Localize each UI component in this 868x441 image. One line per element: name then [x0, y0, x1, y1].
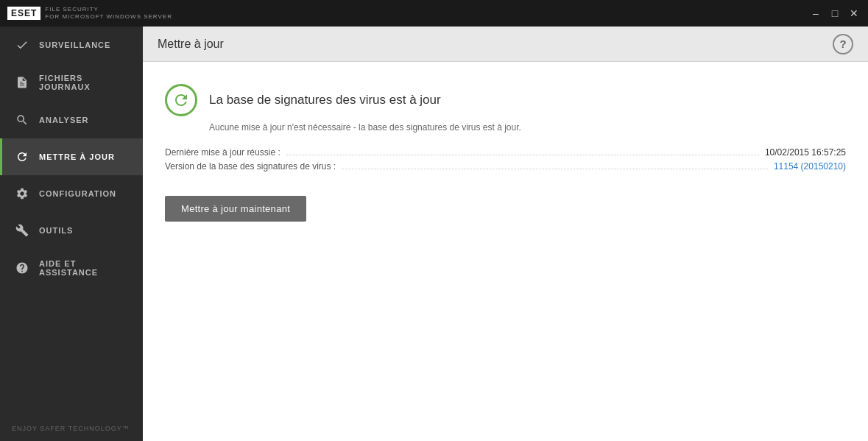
sidebar-item-outils[interactable]: OUTILS — [0, 212, 143, 249]
update-status-icon — [165, 84, 197, 116]
titlebar-left: ESET FILE SECURITY FOR MICROSOFT WINDOWS… — [7, 6, 172, 20]
product-name: FILE SECURITY FOR MICROSOFT WINDOWS SERV… — [45, 6, 172, 20]
sidebar-item-label: SURVEILLANCE — [39, 40, 110, 49]
titlebar: ESET FILE SECURITY FOR MICROSOFT WINDOWS… — [0, 0, 868, 27]
separator — [342, 169, 768, 169]
content-header: Mettre à jour ? — [143, 27, 868, 62]
sidebar-item-analyser[interactable]: ANALYSER — [0, 102, 143, 138]
last-update-row: Dernière mise à jour réussie : 10/02/201… — [165, 147, 846, 158]
separator — [286, 155, 759, 155]
version-row: Version de la base des signatures de vir… — [165, 161, 846, 172]
sidebar-item-label: ANALYSER — [39, 116, 89, 124]
content-area: Mettre à jour ? La base de signatures de… — [143, 27, 868, 441]
sidebar-item-aide[interactable]: AIDE ET ASSISTANCE — [0, 249, 143, 287]
update-now-button[interactable]: Mettre à jour maintenant — [165, 196, 306, 222]
version-label: Version de la base des signatures de vir… — [165, 161, 336, 172]
window-controls: – □ ✕ — [808, 5, 862, 21]
last-update-value: 10/02/2015 16:57:25 — [765, 147, 846, 158]
close-button[interactable]: ✕ — [846, 5, 862, 21]
refresh-arrow-icon — [172, 91, 190, 109]
sidebar: SURVEILLANCE FICHIERS JOURNAUX ANALYSER — [0, 27, 143, 441]
sidebar-item-label: METTRE À JOUR — [39, 152, 115, 161]
page-title: Mettre à jour — [158, 38, 224, 51]
update-info-table: Dernière mise à jour réussie : 10/02/201… — [165, 147, 846, 172]
sidebar-item-fichiers-journaux[interactable]: FICHIERS JOURNAUX — [0, 63, 143, 102]
question-icon — [14, 260, 30, 276]
last-update-label: Dernière mise à jour réussie : — [165, 147, 280, 158]
document-icon — [14, 74, 30, 91]
eset-logo-box: ESET — [7, 7, 40, 20]
version-value[interactable]: 11154 (20150210) — [774, 161, 846, 172]
sidebar-item-configuration[interactable]: CONFIGURATION — [0, 175, 143, 212]
maximize-button[interactable]: □ — [827, 5, 843, 21]
search-icon — [14, 112, 30, 128]
app-body: SURVEILLANCE FICHIERS JOURNAUX ANALYSER — [0, 27, 868, 441]
app-logo: ESET FILE SECURITY FOR MICROSOFT WINDOWS… — [7, 6, 172, 20]
sidebar-item-label: CONFIGURATION — [39, 189, 116, 198]
sidebar-item-label: AIDE ET ASSISTANCE — [39, 259, 131, 277]
help-button[interactable]: ? — [833, 34, 853, 54]
sidebar-nav: SURVEILLANCE FICHIERS JOURNAUX ANALYSER — [0, 27, 143, 416]
checkmark-icon — [14, 37, 30, 53]
sidebar-item-mettre-a-jour[interactable]: METTRE À JOUR — [0, 138, 143, 175]
sidebar-item-surveillance[interactable]: SURVEILLANCE — [0, 27, 143, 63]
tools-icon — [14, 222, 30, 239]
refresh-icon — [14, 149, 30, 165]
update-status-title: La base de signatures des virus est à jo… — [209, 93, 441, 107]
content-body: La base de signatures des virus est à jo… — [143, 62, 868, 441]
sidebar-footer: ENJOY SAFER TECHNOLOGY™ — [0, 416, 143, 441]
eset-logo-text: ESET — [11, 8, 37, 18]
update-status-row: La base de signatures des virus est à jo… — [165, 84, 846, 116]
sidebar-item-label: FICHIERS JOURNAUX — [39, 74, 131, 91]
gear-icon — [14, 186, 30, 202]
update-status-subtitle: Aucune mise à jour n'est nécessaire - la… — [209, 122, 846, 133]
minimize-button[interactable]: – — [808, 5, 824, 21]
sidebar-item-label: OUTILS — [39, 226, 73, 235]
